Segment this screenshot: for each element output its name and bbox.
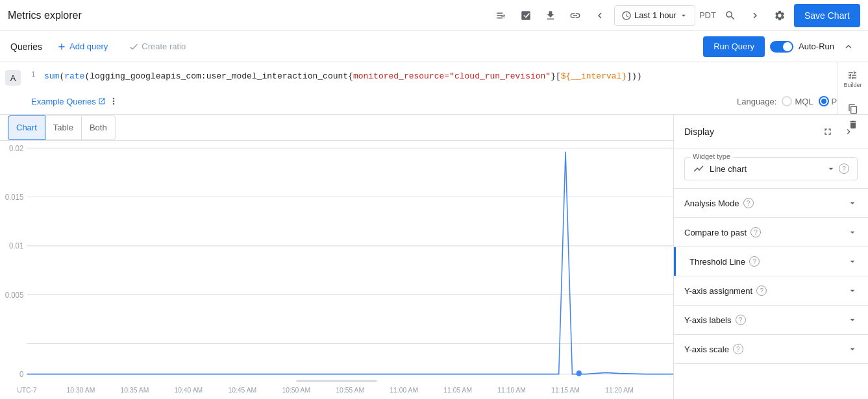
svg-text:UTC-7: UTC-7 [17,385,36,393]
add-chart-icon-btn[interactable] [515,5,536,26]
y-axis-labels-section[interactable]: Y-axis labels ? [674,306,868,335]
analysis-mode-help[interactable]: ? [743,198,754,208]
queries-label: Queries [10,42,42,52]
y-axis-assignment-chevron [847,285,858,296]
compare-to-past-title: Compare to past [684,228,747,237]
search-icon-btn[interactable] [720,5,741,26]
builder-button[interactable]: Builder [841,67,864,91]
query-text-field[interactable]: sum(rate(logging_googleapis_com:user_mod… [42,67,837,86]
auto-run-toggle[interactable] [770,41,793,53]
add-query-button[interactable]: Add query [50,38,114,56]
run-query-button[interactable]: Run Query [703,36,765,57]
tab-both[interactable]: Both [81,115,116,140]
widget-type-chevron [826,163,836,174]
widget-type-inner: Line chart [693,163,747,175]
svg-rect-24 [296,380,377,382]
threshold-accent [674,247,676,276]
queries-left: Queries Add query Create ratio [10,38,192,56]
threshold-line-section[interactable]: Threshold Line ? [674,247,868,276]
tab-chart[interactable]: Chart [8,115,45,140]
timezone-label: PDT [699,10,716,20]
query-label-box: A [5,70,21,86]
builder-panel: Builder [837,62,868,114]
queries-right: Run Query Auto-Run [703,36,858,57]
svg-text:11:00 AM: 11:00 AM [390,385,418,393]
auto-run-label: Auto-Run [799,42,834,51]
notes-icon-btn[interactable] [491,5,512,26]
y-axis-labels-help[interactable]: ? [736,315,746,325]
chart-svg: 0.02 0.015 0.01 0.005 0 UTC-7 10:30 AM 1… [0,141,673,399]
threshold-line-chevron [847,256,858,267]
mql-label: MQL [795,97,813,106]
compare-to-past-section[interactable]: Compare to past ? [674,218,868,247]
delete-query-button[interactable] [844,119,862,130]
next-icon-btn[interactable] [745,5,765,26]
tab-table[interactable]: Table [45,115,82,140]
time-range-label: Last 1 hour [634,10,676,20]
y-axis-labels-chevron [847,315,858,325]
prev-icon-btn[interactable] [589,5,610,26]
svg-text:0.015: 0.015 [5,193,24,202]
time-range-button[interactable]: Last 1 hour [614,5,695,26]
app-title: Metrics explorer [8,10,82,21]
y-axis-labels-title: Y-axis labels [684,315,732,325]
analysis-mode-title: Analysis Mode [684,199,739,208]
y-axis-scale-section[interactable]: Y-axis scale ? [674,335,868,364]
query-row: A 1 sum(rate(logging_googleapis_com:user… [0,62,868,91]
svg-text:11:20 AM: 11:20 AM [605,385,634,393]
widget-type-label: Widget type [690,152,733,160]
y-axis-assignment-help[interactable]: ? [756,285,767,296]
widget-type-value: Line chart [710,164,747,174]
save-chart-button[interactable]: Save Chart [794,4,860,27]
widget-type-section: Widget type Line chart ? [674,149,868,189]
compare-to-past-help[interactable]: ? [750,227,761,237]
line-chart-icon [693,163,704,175]
y-axis-scale-help[interactable]: ? [733,344,743,354]
collapse-button[interactable] [839,38,858,56]
chart-tabs: Chart Table Both [0,115,673,141]
svg-point-11 [577,370,582,376]
svg-text:0.005: 0.005 [5,290,24,300]
create-ratio-button[interactable]: Create ratio [122,38,192,56]
analysis-mode-chevron [847,198,858,208]
mql-radio[interactable]: MQL [782,96,813,106]
svg-text:11:10 AM: 11:10 AM [497,385,526,393]
svg-text:10:35 AM: 10:35 AM [121,385,149,393]
widget-type-selector[interactable]: Widget type Line chart ? [684,157,858,180]
chart-area: 0.02 0.015 0.01 0.005 0 UTC-7 10:30 AM 1… [0,141,673,399]
widget-type-help[interactable]: ? [839,163,849,174]
expand-display-button[interactable] [819,123,837,141]
main-content: Chart Table Both 0.02 0.015 0.01 0.005 0 [0,115,868,399]
promql-radio-circle [819,96,829,106]
svg-text:10:30 AM: 10:30 AM [67,385,95,393]
download-icon-btn[interactable] [540,5,561,26]
example-queries-link[interactable]: Example Queries [31,97,106,106]
language-label: Language: [737,97,776,106]
queries-bar: Queries Add query Create ratio Run Query… [0,31,868,62]
analysis-mode-section[interactable]: Analysis Mode ? [674,189,868,218]
chart-panel: Chart Table Both 0.02 0.015 0.01 0.005 0 [0,115,673,399]
create-ratio-label: Create ratio [142,42,186,51]
threshold-line-title: Threshold Line [689,257,745,267]
copy-query-button[interactable] [844,104,862,114]
query-actions-row: Example Queries Language: MQL PromQL [0,91,868,114]
svg-text:0.02: 0.02 [9,143,23,153]
display-title: Display [684,127,714,137]
y-axis-assignment-section[interactable]: Y-axis assignment ? [674,276,868,306]
builder-label: Builder [843,82,862,88]
svg-text:10:40 AM: 10:40 AM [174,385,203,393]
svg-text:11:15 AM: 11:15 AM [551,385,580,393]
more-options-button[interactable] [106,93,121,109]
header-actions: Last 1 hour PDT Save Chart [491,4,860,27]
query-editor: A 1 sum(rate(logging_googleapis_com:user… [0,62,868,115]
mql-radio-circle [782,96,792,106]
link-icon-btn[interactable] [565,5,586,26]
svg-text:11:05 AM: 11:05 AM [443,385,472,393]
svg-text:0.01: 0.01 [9,241,24,251]
compare-to-past-chevron [847,227,858,237]
y-axis-scale-title: Y-axis scale [684,345,729,354]
settings-icon-btn[interactable] [769,5,790,26]
svg-text:10:45 AM: 10:45 AM [228,385,256,393]
threshold-line-help[interactable]: ? [749,256,760,267]
display-panel: Display Widget type Li [673,115,868,399]
